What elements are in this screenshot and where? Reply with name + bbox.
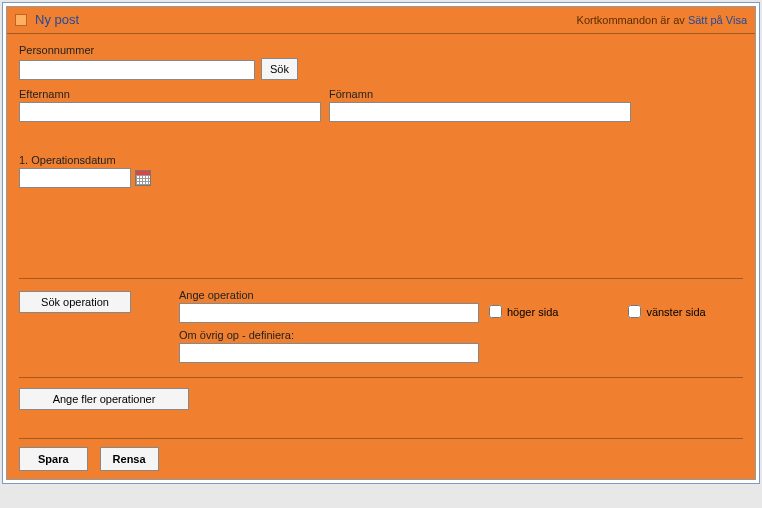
calendar-icon[interactable] bbox=[135, 170, 151, 186]
form-body: Personnummer Sök Efternamn Förnamn 1. bbox=[7, 34, 755, 479]
firstname-group: Förnamn bbox=[329, 88, 631, 122]
name-row: Efternamn Förnamn bbox=[19, 88, 743, 122]
more-operations-row: Ange fler operationer bbox=[19, 388, 743, 410]
right-side-checkbox[interactable] bbox=[489, 305, 502, 318]
save-button[interactable]: Spara bbox=[19, 447, 88, 471]
main-window: Ny post Kortkommandon är av Sätt på Visa… bbox=[2, 2, 760, 484]
personnummer-input[interactable] bbox=[19, 60, 255, 80]
ovrig-op-input[interactable] bbox=[179, 343, 479, 363]
divider bbox=[19, 377, 743, 378]
header-left: Ny post bbox=[15, 12, 79, 27]
firstname-label: Förnamn bbox=[329, 88, 631, 100]
search-operation-button[interactable]: Sök operation bbox=[19, 291, 131, 313]
form-panel: Ny post Kortkommandon är av Sätt på Visa… bbox=[6, 6, 756, 480]
footer-actions: Spara Rensa bbox=[19, 438, 743, 471]
lastname-label: Efternamn bbox=[19, 88, 321, 100]
page-title: Ny post bbox=[35, 12, 79, 27]
right-side-label: höger sida bbox=[507, 306, 558, 318]
left-side-label: vänster sida bbox=[646, 306, 705, 318]
firstname-input[interactable] bbox=[329, 102, 631, 122]
operationsdatum-group: 1. Operationsdatum bbox=[19, 154, 743, 188]
spacer bbox=[19, 132, 743, 154]
header-right: Kortkommandon är av Sätt på Visa bbox=[577, 14, 747, 26]
operationsdatum-label: 1. Operationsdatum bbox=[19, 154, 743, 166]
spacer bbox=[19, 188, 743, 278]
search-button[interactable]: Sök bbox=[261, 58, 298, 80]
personnummer-group: Personnummer Sök bbox=[19, 44, 743, 80]
shortcuts-status: Kortkommandon är av bbox=[577, 14, 685, 26]
ange-operation-label: Ange operation bbox=[179, 289, 479, 301]
personnummer-label: Personnummer bbox=[19, 44, 743, 56]
left-side-checkbox[interactable] bbox=[628, 305, 641, 318]
shortcuts-show-link[interactable]: Visa bbox=[726, 14, 747, 26]
ange-operation-input[interactable] bbox=[179, 303, 479, 323]
side-checkboxes: höger sida vänster sida bbox=[489, 289, 706, 318]
lastname-input[interactable] bbox=[19, 102, 321, 122]
right-side-check[interactable]: höger sida bbox=[489, 305, 558, 318]
more-operations-button[interactable]: Ange fler operationer bbox=[19, 388, 189, 410]
collapse-icon[interactable] bbox=[15, 14, 27, 26]
ovrig-op-label: Om övrig op - definiera: bbox=[179, 329, 479, 341]
left-side-check[interactable]: vänster sida bbox=[628, 305, 705, 318]
shortcuts-toggle-link[interactable]: Sätt på bbox=[688, 14, 723, 26]
operationsdatum-input[interactable] bbox=[19, 168, 131, 188]
divider bbox=[19, 278, 743, 279]
panel-header: Ny post Kortkommandon är av Sätt på Visa bbox=[7, 7, 755, 34]
lastname-group: Efternamn bbox=[19, 88, 321, 122]
operation-row: Sök operation Ange operation Om övrig op… bbox=[19, 289, 743, 363]
clear-button[interactable]: Rensa bbox=[100, 447, 159, 471]
